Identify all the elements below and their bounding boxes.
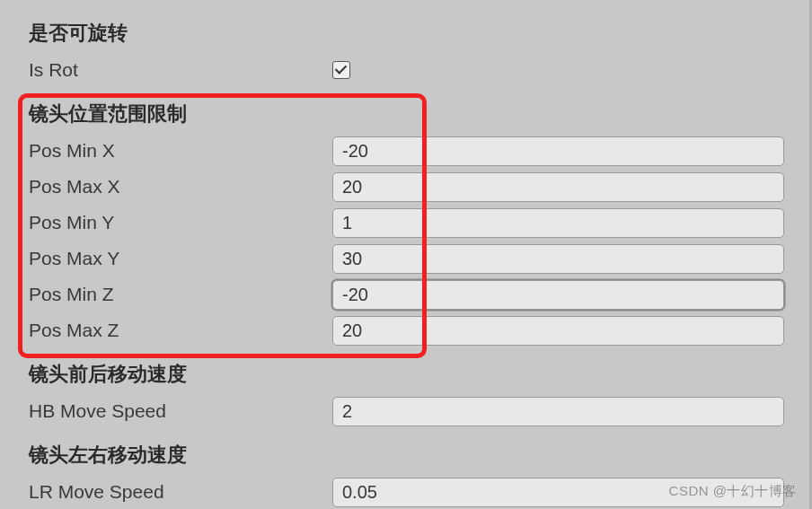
pos-max-y-label: Pos Max Y	[29, 248, 332, 269]
pos-min-z-input[interactable]	[332, 280, 784, 310]
is-rot-checkbox[interactable]	[332, 61, 350, 79]
pos-max-x-label: Pos Max X	[29, 176, 332, 197]
section-header-lr-speed: 镜头左右移动速度	[29, 442, 791, 469]
pos-max-y-input[interactable]	[332, 244, 784, 274]
section-header-hb-speed: 镜头前后移动速度	[29, 361, 791, 388]
pos-max-z-label: Pos Max Z	[29, 320, 332, 341]
pos-min-x-input[interactable]	[332, 136, 784, 166]
lr-move-speed-label: LR Move Speed	[29, 481, 332, 503]
pos-min-x-label: Pos Min X	[29, 140, 332, 162]
section-header-rotation: 是否可旋转	[29, 20, 791, 47]
is-rot-label: Is Rot	[29, 59, 332, 81]
pos-max-x-input[interactable]	[332, 172, 784, 202]
pos-min-y-label: Pos Min Y	[29, 212, 332, 233]
hb-move-speed-label: HB Move Speed	[29, 400, 332, 422]
pos-min-z-label: Pos Min Z	[29, 284, 332, 305]
pos-max-z-input[interactable]	[332, 316, 784, 346]
hb-move-speed-input[interactable]	[332, 397, 784, 426]
pos-min-y-input[interactable]	[332, 208, 784, 238]
watermark-text: CSDN @十幻十博客	[669, 483, 797, 500]
section-header-position-limit: 镜头位置范围限制	[29, 101, 791, 127]
